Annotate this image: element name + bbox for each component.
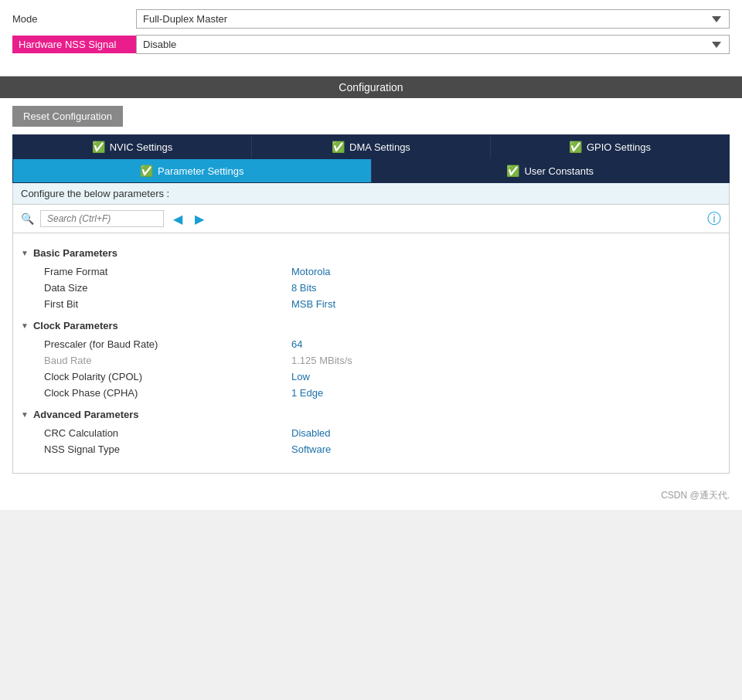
clock-section-header[interactable]: ▼ Clock Parameters [21, 320, 721, 331]
tab-nvic-label: NVIC Settings [110, 141, 173, 153]
basic-section-header[interactable]: ▼ Basic Parameters [21, 247, 721, 259]
nvic-check-icon: ✅ [92, 141, 105, 153]
param-name-nss-type: NSS Signal Type [44, 443, 291, 455]
nss-row: Hardware NSS Signal Disable [12, 35, 730, 54]
param-value-prescaler: 64 [291, 338, 302, 350]
param-name-data-size: Data Size [44, 282, 291, 294]
basic-section-label: Basic Parameters [33, 247, 117, 259]
param-baud-rate: Baud Rate 1.125 MBits/s [21, 352, 721, 369]
constants-check-icon: ✅ [506, 165, 519, 177]
info-button[interactable]: ⓘ [707, 209, 721, 228]
param-cpha: Clock Phase (CPHA) 1 Edge [21, 385, 721, 401]
mode-select[interactable]: Full-Duplex Master [136, 9, 730, 29]
param-first-bit: First Bit MSB First [21, 296, 721, 312]
param-value-data-size: 8 Bits [291, 282, 317, 294]
reset-config-button[interactable]: Reset Configuration [12, 106, 123, 127]
clock-chevron-icon: ▼ [21, 321, 29, 330]
param-crc: CRC Calculation Disabled [21, 425, 721, 441]
param-name-prescaler: Prescaler (for Baud Rate) [44, 338, 291, 350]
nss-label: Hardware NSS Signal [12, 36, 136, 53]
tab-constants[interactable]: ✅ User Constants [372, 159, 730, 182]
param-value-nss-type: Software [291, 443, 331, 455]
tab-gpio[interactable]: ✅ GPIO Settings [491, 135, 729, 158]
tab-nvic[interactable]: ✅ NVIC Settings [13, 135, 252, 158]
config-header: Configuration [0, 76, 742, 98]
param-value-cpol: Low [291, 371, 310, 382]
params-content: ▼ Basic Parameters Frame Format Motorola… [12, 233, 730, 474]
config-body: Reset Configuration ✅ NVIC Settings ✅ DM… [0, 98, 742, 481]
advanced-section-label: Advanced Parameters [33, 409, 139, 420]
param-frame-format: Frame Format Motorola [21, 263, 721, 280]
dma-check-icon: ✅ [332, 141, 345, 153]
param-name-cpha: Clock Phase (CPHA) [44, 387, 291, 399]
param-nss-type: NSS Signal Type Software [21, 441, 721, 457]
mode-label: Mode [12, 13, 136, 25]
basic-chevron-icon: ▼ [21, 249, 29, 257]
tab-params-label: Parameter Settings [158, 165, 243, 177]
prev-nav-button[interactable]: ◀ [170, 212, 186, 226]
top-section: Mode Full-Duplex Master Hardware NSS Sig… [0, 0, 742, 76]
param-value-cpha: 1 Edge [291, 387, 323, 399]
param-data-size: Data Size 8 Bits [21, 280, 721, 296]
advanced-chevron-icon: ▼ [21, 410, 29, 419]
params-header-text: Configure the below parameters : [12, 183, 730, 205]
param-name-baud-rate: Baud Rate [44, 355, 291, 366]
search-input[interactable] [40, 210, 164, 227]
mode-row: Mode Full-Duplex Master [12, 9, 730, 29]
advanced-section-header[interactable]: ▼ Advanced Parameters [21, 409, 721, 420]
param-name-crc: CRC Calculation [44, 427, 291, 439]
clock-section-label: Clock Parameters [33, 320, 118, 331]
tabs-row1: ✅ NVIC Settings ✅ DMA Settings ✅ GPIO Se… [12, 134, 730, 159]
tab-dma-label: DMA Settings [349, 141, 410, 153]
param-prescaler: Prescaler (for Baud Rate) 64 [21, 336, 721, 352]
params-check-icon: ✅ [140, 165, 153, 177]
next-nav-button[interactable]: ▶ [192, 212, 207, 226]
gpio-check-icon: ✅ [569, 141, 582, 153]
tab-dma[interactable]: ✅ DMA Settings [252, 135, 491, 158]
param-value-first-bit: MSB First [291, 298, 335, 310]
param-name-cpol: Clock Polarity (CPOL) [44, 371, 291, 382]
tab-constants-label: User Constants [524, 165, 594, 177]
tab-gpio-label: GPIO Settings [587, 141, 651, 153]
tab-params[interactable]: ✅ Parameter Settings [13, 159, 372, 182]
footer: CSDN @通天代. [0, 481, 742, 510]
param-name-frame-format: Frame Format [44, 266, 291, 277]
search-row: 🔍 ◀ ▶ ⓘ [12, 205, 730, 233]
param-name-first-bit: First Bit [44, 298, 291, 310]
param-value-baud-rate: 1.125 MBits/s [291, 355, 352, 366]
nss-select[interactable]: Disable [136, 35, 730, 54]
param-value-frame-format: Motorola [291, 266, 331, 277]
search-icon: 🔍 [21, 212, 34, 225]
tabs-row2: ✅ Parameter Settings ✅ User Constants [12, 159, 730, 183]
param-cpol: Clock Polarity (CPOL) Low [21, 369, 721, 385]
param-value-crc: Disabled [291, 427, 331, 439]
